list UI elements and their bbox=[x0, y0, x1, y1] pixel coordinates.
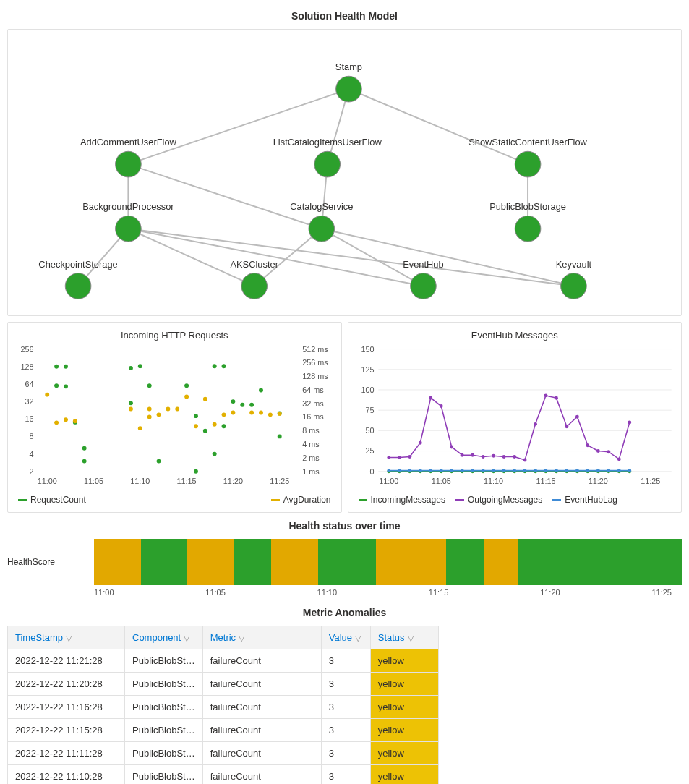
health-segment[interactable] bbox=[446, 539, 484, 585]
legend-lag: EventHubLag bbox=[552, 495, 617, 505]
svg-text:8 ms: 8 ms bbox=[302, 426, 320, 435]
svg-point-168 bbox=[565, 425, 568, 428]
svg-point-67 bbox=[129, 401, 133, 405]
health-segment[interactable] bbox=[376, 539, 446, 585]
health-segment[interactable] bbox=[318, 539, 377, 585]
col-status[interactable]: Status▽ bbox=[370, 626, 438, 649]
health-segment[interactable] bbox=[484, 539, 518, 585]
svg-point-72 bbox=[184, 383, 189, 388]
dependency-graph[interactable]: StampAddCommentUserFlowListCatalogItemsU… bbox=[8, 34, 681, 309]
health-over-time-title: Health status over time bbox=[7, 520, 682, 532]
table-row[interactable]: 2022-12-22 11:20:28PublicBlobSt…failureC… bbox=[8, 673, 439, 696]
health-segment[interactable] bbox=[518, 539, 682, 585]
health-timeline-bar[interactable] bbox=[94, 539, 682, 585]
col-value[interactable]: Value▽ bbox=[321, 626, 370, 649]
svg-point-177 bbox=[408, 469, 411, 472]
svg-line-12 bbox=[322, 229, 424, 286]
svg-point-192 bbox=[565, 469, 568, 472]
filter-icon[interactable]: ▽ bbox=[355, 634, 361, 642]
health-segment[interactable] bbox=[271, 539, 318, 585]
svg-text:150: 150 bbox=[361, 345, 374, 354]
graph-node-eventhub[interactable]: EventHub bbox=[403, 259, 443, 299]
graph-node-listcatalogitemsuserflow[interactable]: ListCatalogItemsUserFlow bbox=[273, 137, 382, 177]
svg-point-82 bbox=[249, 403, 254, 407]
svg-point-86 bbox=[45, 393, 49, 397]
graph-node-addcommentuserflow[interactable]: AddCommentUserFlow bbox=[80, 137, 177, 177]
metric-anomalies-title: Metric Anomalies bbox=[7, 607, 682, 618]
svg-text:256: 256 bbox=[20, 345, 33, 354]
svg-point-21 bbox=[515, 151, 541, 177]
svg-point-185 bbox=[492, 469, 495, 472]
table-row[interactable]: 2022-12-22 11:15:28PublicBlobSt…failureC… bbox=[8, 719, 439, 742]
svg-point-77 bbox=[213, 452, 217, 456]
svg-point-194 bbox=[586, 469, 589, 472]
svg-point-166 bbox=[544, 393, 547, 397]
eventhub-chart-title: EventHub Messages bbox=[351, 330, 679, 341]
svg-text:11:05: 11:05 bbox=[431, 477, 450, 485]
svg-point-93 bbox=[147, 407, 152, 412]
svg-point-186 bbox=[502, 469, 505, 472]
svg-point-158 bbox=[460, 453, 463, 457]
filter-icon[interactable]: ▽ bbox=[408, 634, 414, 642]
svg-point-159 bbox=[471, 453, 474, 457]
health-segment[interactable] bbox=[187, 539, 234, 585]
svg-text:11:25: 11:25 bbox=[270, 477, 289, 485]
svg-point-169 bbox=[575, 415, 578, 419]
svg-point-27 bbox=[515, 216, 541, 242]
svg-text:AKSCluster: AKSCluster bbox=[230, 259, 278, 270]
svg-point-188 bbox=[523, 469, 526, 472]
svg-point-73 bbox=[194, 414, 198, 418]
table-row[interactable]: 2022-12-22 11:21:28PublicBlobSt…failureC… bbox=[8, 649, 439, 673]
svg-point-97 bbox=[184, 395, 189, 399]
graph-node-stamp[interactable]: Stamp bbox=[335, 61, 362, 102]
health-segment[interactable] bbox=[234, 539, 272, 585]
svg-text:100: 100 bbox=[361, 385, 374, 394]
svg-text:256 ms: 256 ms bbox=[302, 358, 328, 367]
col-timestamp[interactable]: TimeStamp▽ bbox=[8, 626, 125, 649]
svg-point-184 bbox=[481, 469, 484, 472]
svg-point-96 bbox=[175, 407, 179, 412]
svg-point-105 bbox=[268, 412, 273, 417]
metric-anomalies-table: TimeStamp▽Component▽Metric▽Value▽Status▽… bbox=[7, 626, 439, 784]
eventhub-chart[interactable]: 025507510012515011:0011:0511:1011:1511:2… bbox=[351, 345, 679, 490]
svg-point-65 bbox=[82, 459, 87, 464]
svg-point-69 bbox=[138, 364, 142, 368]
col-component[interactable]: Component▽ bbox=[125, 626, 203, 649]
svg-point-170 bbox=[586, 443, 589, 447]
svg-point-151 bbox=[387, 456, 390, 459]
svg-text:11:20: 11:20 bbox=[223, 477, 243, 485]
svg-point-157 bbox=[450, 445, 453, 448]
table-row[interactable]: 2022-12-22 11:10:28PublicBlobSt…failureC… bbox=[8, 765, 439, 785]
svg-point-153 bbox=[408, 455, 411, 459]
svg-point-83 bbox=[259, 388, 263, 393]
table-row[interactable]: 2022-12-22 11:11:28PublicBlobSt…failureC… bbox=[8, 742, 439, 765]
health-segment[interactable] bbox=[141, 539, 188, 585]
svg-point-92 bbox=[147, 415, 152, 419]
col-metric[interactable]: Metric▽ bbox=[202, 626, 321, 649]
svg-point-89 bbox=[73, 419, 77, 423]
svg-point-31 bbox=[241, 273, 268, 299]
svg-point-23 bbox=[116, 216, 142, 242]
health-segment[interactable] bbox=[94, 539, 141, 585]
svg-point-180 bbox=[439, 469, 442, 472]
svg-point-198 bbox=[628, 469, 631, 472]
graph-node-checkpointstorage[interactable]: CheckpointStorage bbox=[38, 259, 117, 299]
svg-text:32: 32 bbox=[25, 397, 33, 406]
graph-node-showstaticcontentuserflow[interactable]: ShowStaticContentUserFlow bbox=[468, 137, 587, 177]
svg-point-63 bbox=[64, 365, 68, 369]
graph-node-publicblobstorage[interactable]: PublicBlobStorage bbox=[489, 201, 566, 242]
filter-icon[interactable]: ▽ bbox=[184, 634, 189, 642]
filter-icon[interactable]: ▽ bbox=[239, 634, 244, 642]
graph-node-keyvault[interactable]: Keyvault bbox=[556, 259, 592, 299]
http-requests-chart[interactable]: 2481632641282561 ms2 ms4 ms8 ms16 ms32 m… bbox=[11, 345, 338, 490]
svg-text:11:25: 11:25 bbox=[641, 477, 660, 485]
svg-text:2: 2 bbox=[29, 467, 33, 476]
svg-point-154 bbox=[418, 441, 421, 445]
legend-requestcount: RequestCount bbox=[18, 495, 86, 505]
svg-text:CheckpointStorage: CheckpointStorage bbox=[38, 259, 117, 270]
svg-point-94 bbox=[157, 412, 161, 417]
filter-icon[interactable]: ▽ bbox=[66, 634, 72, 642]
svg-point-171 bbox=[596, 449, 599, 453]
table-row[interactable]: 2022-12-22 11:16:28PublicBlobSt…failureC… bbox=[8, 696, 439, 719]
svg-point-78 bbox=[222, 364, 226, 368]
